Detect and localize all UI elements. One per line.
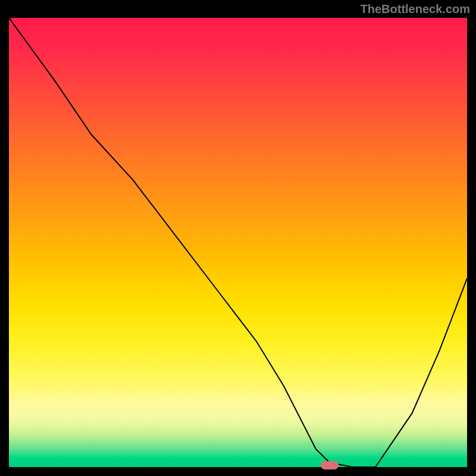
watermark-text: TheBottleneck.com: [361, 2, 470, 16]
plot-area: [9, 18, 467, 467]
chart-svg: [9, 18, 467, 467]
optimal-marker: [321, 461, 339, 469]
bottleneck-curve-line: [9, 18, 467, 467]
